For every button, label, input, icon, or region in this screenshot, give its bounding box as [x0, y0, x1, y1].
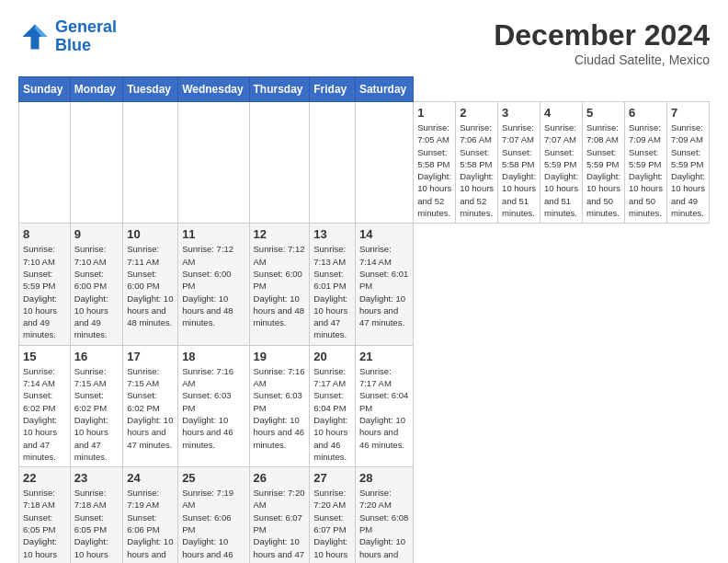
day-info: Sunrise: 7:20 AM Sunset: 6:08 PM Dayligh… [359, 487, 409, 563]
day-info: Sunrise: 7:19 AM Sunset: 6:06 PM Dayligh… [127, 487, 174, 563]
table-row: 13 Sunrise: 7:13 AM Sunset: 6:01 PM Dayl… [310, 224, 356, 345]
day-info: Sunrise: 7:09 AM Sunset: 5:59 PM Dayligh… [629, 121, 663, 219]
day-info: Sunrise: 7:16 AM Sunset: 6:03 PM Dayligh… [182, 365, 245, 451]
day-info: Sunrise: 7:13 AM Sunset: 6:01 PM Dayligh… [313, 243, 351, 340]
table-row [355, 102, 413, 224]
day-info: Sunrise: 7:16 AM Sunset: 6:03 PM Dayligh… [254, 365, 306, 451]
table-row [70, 102, 123, 224]
table-row [249, 102, 310, 224]
table-row: 10 Sunrise: 7:11 AM Sunset: 6:00 PM Dayl… [123, 224, 178, 345]
calendar-table: Sunday Monday Tuesday Wednesday Thursday… [18, 76, 710, 563]
month-title: December 2024 [494, 18, 710, 52]
day-number: 14 [359, 227, 409, 241]
day-info: Sunrise: 7:17 AM Sunset: 6:04 PM Dayligh… [313, 365, 351, 463]
day-info: Sunrise: 7:17 AM Sunset: 6:04 PM Dayligh… [359, 365, 409, 451]
table-row: 15 Sunrise: 7:14 AM Sunset: 6:02 PM Dayl… [19, 345, 71, 466]
logo-text: General Blue [55, 18, 117, 55]
table-row: 18 Sunrise: 7:16 AM Sunset: 6:03 PM Dayl… [178, 345, 249, 466]
col-thursday: Thursday [249, 77, 310, 102]
table-row [123, 102, 178, 224]
day-info: Sunrise: 7:09 AM Sunset: 5:59 PM Dayligh… [671, 121, 705, 219]
day-number: 26 [254, 471, 306, 485]
day-number: 4 [544, 106, 578, 120]
table-row [178, 102, 249, 224]
day-number: 7 [671, 106, 705, 120]
col-sunday: Sunday [19, 77, 71, 102]
day-number: 11 [182, 227, 245, 241]
day-number: 19 [254, 350, 306, 363]
day-info: Sunrise: 7:15 AM Sunset: 6:02 PM Dayligh… [74, 365, 119, 463]
day-number: 6 [629, 106, 663, 120]
day-number: 13 [313, 227, 351, 241]
day-info: Sunrise: 7:14 AM Sunset: 6:01 PM Dayligh… [359, 243, 409, 328]
col-tuesday: Tuesday [123, 77, 178, 102]
day-number: 28 [359, 471, 409, 485]
day-info: Sunrise: 7:20 AM Sunset: 6:07 PM Dayligh… [254, 487, 306, 563]
day-number: 22 [23, 471, 66, 485]
day-info: Sunrise: 7:20 AM Sunset: 6:07 PM Dayligh… [313, 487, 351, 563]
day-number: 25 [182, 471, 245, 485]
day-number: 23 [74, 471, 119, 485]
day-number: 8 [23, 227, 66, 241]
day-info: Sunrise: 7:05 AM Sunset: 5:58 PM Dayligh… [417, 121, 451, 219]
col-friday: Friday [310, 77, 356, 102]
day-number: 2 [460, 106, 494, 120]
day-info: Sunrise: 7:08 AM Sunset: 5:59 PM Dayligh… [586, 121, 620, 219]
day-info: Sunrise: 7:07 AM Sunset: 5:58 PM Dayligh… [502, 121, 536, 219]
table-row: 3 Sunrise: 7:07 AM Sunset: 5:58 PM Dayli… [498, 102, 540, 224]
logo-line2: Blue [55, 36, 91, 54]
day-number: 21 [359, 350, 409, 363]
table-row [310, 102, 356, 224]
table-row: 5 Sunrise: 7:08 AM Sunset: 5:59 PM Dayli… [583, 102, 625, 224]
day-number: 15 [23, 350, 66, 363]
table-row: 12 Sunrise: 7:12 AM Sunset: 6:00 PM Dayl… [249, 224, 310, 345]
day-info: Sunrise: 7:06 AM Sunset: 5:58 PM Dayligh… [460, 121, 494, 219]
day-number: 10 [127, 227, 174, 241]
day-number: 12 [254, 227, 306, 241]
table-row: 8 Sunrise: 7:10 AM Sunset: 5:59 PM Dayli… [19, 224, 71, 345]
table-row: 4 Sunrise: 7:07 AM Sunset: 5:59 PM Dayli… [540, 102, 583, 224]
col-monday: Monday [70, 77, 123, 102]
logo-line1: General [55, 17, 117, 36]
table-row: 14 Sunrise: 7:14 AM Sunset: 6:01 PM Dayl… [355, 224, 413, 345]
day-info: Sunrise: 7:14 AM Sunset: 6:02 PM Dayligh… [23, 365, 66, 463]
page-header: General Blue December 2024 Ciudad Sateli… [18, 18, 710, 67]
day-number: 18 [182, 350, 245, 363]
table-row: 2 Sunrise: 7:06 AM Sunset: 5:58 PM Dayli… [456, 102, 498, 224]
table-row: 21 Sunrise: 7:17 AM Sunset: 6:04 PM Dayl… [355, 345, 413, 466]
day-number: 9 [74, 227, 119, 241]
day-info: Sunrise: 7:10 AM Sunset: 5:59 PM Dayligh… [23, 243, 66, 340]
day-info: Sunrise: 7:12 AM Sunset: 6:00 PM Dayligh… [254, 243, 306, 328]
col-saturday: Saturday [355, 77, 413, 102]
table-row: 26 Sunrise: 7:20 AM Sunset: 6:07 PM Dayl… [249, 467, 310, 563]
table-row: 24 Sunrise: 7:19 AM Sunset: 6:06 PM Dayl… [123, 467, 178, 563]
day-info: Sunrise: 7:07 AM Sunset: 5:59 PM Dayligh… [544, 121, 578, 219]
day-number: 24 [127, 471, 174, 485]
table-row: 28 Sunrise: 7:20 AM Sunset: 6:08 PM Dayl… [355, 467, 413, 563]
day-info: Sunrise: 7:15 AM Sunset: 6:02 PM Dayligh… [127, 365, 174, 451]
title-block: December 2024 Ciudad Satelite, Mexico [494, 18, 710, 67]
day-info: Sunrise: 7:19 AM Sunset: 6:06 PM Dayligh… [182, 487, 245, 563]
logo: General Blue [18, 18, 117, 55]
day-info: Sunrise: 7:11 AM Sunset: 6:00 PM Dayligh… [127, 243, 174, 328]
table-row: 22 Sunrise: 7:18 AM Sunset: 6:05 PM Dayl… [19, 467, 71, 563]
table-row: 19 Sunrise: 7:16 AM Sunset: 6:03 PM Dayl… [249, 345, 310, 466]
calendar-header-row: Sunday Monday Tuesday Wednesday Thursday… [19, 77, 710, 102]
table-row: 23 Sunrise: 7:18 AM Sunset: 6:05 PM Dayl… [70, 467, 123, 563]
day-info: Sunrise: 7:18 AM Sunset: 6:05 PM Dayligh… [23, 487, 66, 563]
logo-icon [18, 20, 51, 53]
table-row: 25 Sunrise: 7:19 AM Sunset: 6:06 PM Dayl… [178, 467, 249, 563]
day-info: Sunrise: 7:12 AM Sunset: 6:00 PM Dayligh… [182, 243, 245, 328]
day-info: Sunrise: 7:10 AM Sunset: 6:00 PM Dayligh… [74, 243, 119, 340]
table-row: 1 Sunrise: 7:05 AM Sunset: 5:58 PM Dayli… [414, 102, 456, 224]
table-row: 16 Sunrise: 7:15 AM Sunset: 6:02 PM Dayl… [70, 345, 123, 466]
day-number: 27 [313, 471, 351, 485]
col-wednesday: Wednesday [178, 77, 249, 102]
table-row: 6 Sunrise: 7:09 AM Sunset: 5:59 PM Dayli… [625, 102, 667, 224]
table-row: 9 Sunrise: 7:10 AM Sunset: 6:00 PM Dayli… [70, 224, 123, 345]
day-number: 3 [502, 106, 536, 120]
table-row: 20 Sunrise: 7:17 AM Sunset: 6:04 PM Dayl… [310, 345, 356, 466]
table-row: 7 Sunrise: 7:09 AM Sunset: 5:59 PM Dayli… [666, 102, 709, 224]
table-row: 11 Sunrise: 7:12 AM Sunset: 6:00 PM Dayl… [178, 224, 249, 345]
day-number: 17 [127, 350, 174, 363]
